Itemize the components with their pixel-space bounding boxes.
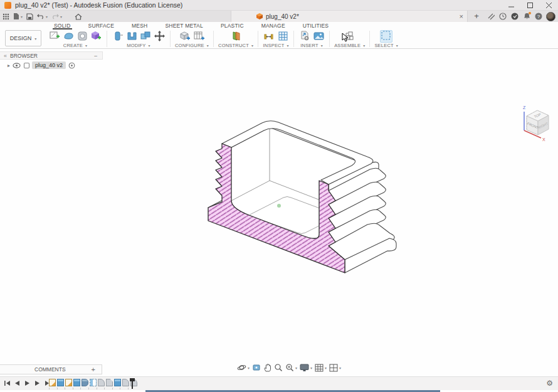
timeline-feature-extrude[interactable] xyxy=(114,379,121,386)
origin-point xyxy=(277,204,281,208)
group-assemble: ASSEMBLE▾ xyxy=(331,29,368,48)
home-icon[interactable] xyxy=(75,13,82,20)
timeline-position-marker[interactable] xyxy=(132,378,133,389)
navigation-bar: ▾ ▾ ▾ ▾ ▾ xyxy=(237,363,341,373)
extensions-icon[interactable] xyxy=(487,12,495,21)
group-create: CREATE▾ xyxy=(45,29,105,48)
collapse-browser-icon[interactable]: « xyxy=(4,53,7,59)
configuration-icon[interactable] xyxy=(179,30,191,43)
app-grid-icon[interactable] xyxy=(3,13,9,20)
close-button[interactable] xyxy=(539,0,558,11)
minimize-button[interactable] xyxy=(502,0,520,11)
expand-arrow-icon[interactable]: ▸ xyxy=(8,63,10,68)
timeline-feature-sketch[interactable] xyxy=(49,379,56,386)
configuration-table-icon[interactable] xyxy=(192,30,205,43)
job-status-icon[interactable] xyxy=(498,12,507,21)
user-avatar[interactable] xyxy=(546,12,555,21)
new-component-icon[interactable] xyxy=(344,30,356,43)
workspace-selector[interactable]: DESIGN▾ xyxy=(5,30,41,46)
grid-snaps-icon[interactable]: ▾ xyxy=(315,364,327,372)
tab-mesh[interactable]: MESH xyxy=(123,22,156,29)
tab-sheet-metal[interactable]: SHEET METAL xyxy=(156,22,211,29)
timeline-feature-extrude[interactable] xyxy=(57,379,64,386)
select-tool-icon[interactable] xyxy=(380,30,392,43)
timeline-feature-fillet[interactable] xyxy=(98,379,105,386)
tab-surface[interactable]: SURFACE xyxy=(80,22,124,29)
press-pull-icon[interactable] xyxy=(112,30,124,43)
model-plug-section-view[interactable] xyxy=(0,49,558,376)
add-comment-icon[interactable]: + xyxy=(92,366,95,373)
workspace-label: DESIGN xyxy=(10,35,32,41)
visibility-eye-icon[interactable] xyxy=(13,63,21,68)
timeline-playback-controls xyxy=(4,379,51,387)
insert-icon[interactable] xyxy=(298,30,311,43)
create-form-icon[interactable] xyxy=(62,30,75,43)
construct-plane-icon[interactable] xyxy=(229,30,242,43)
document-icon xyxy=(256,13,263,19)
display-settings-icon[interactable]: ▾ xyxy=(300,364,312,372)
group-label-insert[interactable]: INSERT xyxy=(300,43,318,48)
pan-icon[interactable] xyxy=(263,363,271,372)
interference-icon[interactable] xyxy=(276,30,289,43)
tab-utilities[interactable]: UTILITIES xyxy=(294,22,337,29)
close-tab-icon[interactable]: × xyxy=(460,13,463,19)
group-label-select[interactable]: SELECT xyxy=(374,43,393,48)
save-icon[interactable] xyxy=(26,13,33,20)
browser-item-label[interactable]: plug_40 v2 xyxy=(32,61,66,69)
browser-item-root[interactable]: ▸ plug_40 v2 xyxy=(0,61,103,70)
new-tab-button[interactable]: + xyxy=(471,11,482,21)
activate-component-icon[interactable] xyxy=(68,62,75,69)
browser-title: BROWSER xyxy=(10,53,38,59)
view-cube[interactable]: TOP FRONT RIGHT Z X xyxy=(514,102,558,145)
ribbon-separator xyxy=(107,31,107,47)
zoom-icon[interactable] xyxy=(274,363,283,372)
tab-solid[interactable]: SOLID xyxy=(45,22,80,29)
timeline-feature-revolve[interactable] xyxy=(82,379,88,386)
minimize-browser-icon[interactable]: – xyxy=(94,53,97,59)
group-configure: CONFIGURE▾ xyxy=(172,29,212,48)
go-to-start-icon[interactable] xyxy=(4,379,11,387)
undo-icon[interactable]: ▾ xyxy=(37,13,48,19)
group-label-configure[interactable]: CONFIGURE xyxy=(175,43,204,48)
redo-icon[interactable]: ▾ xyxy=(51,13,62,19)
timeline-feature-extrude[interactable] xyxy=(73,379,80,386)
group-label-construct[interactable]: CONSTRUCT xyxy=(218,43,249,48)
ribbon-separator xyxy=(213,31,214,47)
create-loft-icon[interactable] xyxy=(76,30,88,43)
step-forward-icon[interactable] xyxy=(34,379,41,387)
tab-plastic[interactable]: PLASTIC xyxy=(212,22,253,29)
timeline-feature-mirror[interactable] xyxy=(90,379,97,386)
comments-bar[interactable]: COMMENTS + xyxy=(0,364,102,374)
insert-image-icon[interactable] xyxy=(312,30,325,43)
notification-dot xyxy=(529,12,531,14)
sync-status-icon[interactable] xyxy=(510,12,519,21)
move-icon[interactable] xyxy=(153,30,166,43)
combine-icon[interactable] xyxy=(139,30,152,43)
group-label-create[interactable]: CREATE xyxy=(63,43,83,48)
timeline-settings-gear-icon[interactable]: ⚙ xyxy=(546,379,553,388)
tab-manage[interactable]: MANAGE xyxy=(253,22,294,29)
timeline-feature-sketch[interactable] xyxy=(65,379,72,386)
notifications-bell-icon[interactable] xyxy=(522,12,531,21)
create-primitive-icon[interactable] xyxy=(90,30,102,43)
look-at-icon[interactable] xyxy=(252,363,261,372)
svg-text:?: ? xyxy=(537,14,540,19)
group-label-assemble[interactable]: ASSEMBLE xyxy=(334,43,361,48)
timeline-feature-fillet[interactable] xyxy=(122,379,129,386)
play-icon[interactable] xyxy=(24,379,31,387)
measure-icon[interactable] xyxy=(263,30,275,43)
document-tab[interactable]: plug_40 v2* × xyxy=(231,11,468,22)
orbit-icon[interactable]: ▾ xyxy=(237,363,250,372)
viewports-icon[interactable]: ▾ xyxy=(329,364,341,372)
timeline-feature-chamfer[interactable] xyxy=(106,379,113,386)
group-label-inspect[interactable]: INSPECT xyxy=(263,43,285,48)
group-label-modify[interactable]: MODIFY xyxy=(127,43,145,48)
help-icon[interactable]: ? xyxy=(534,12,543,21)
create-sketch-icon[interactable] xyxy=(48,30,61,43)
modeling-viewport[interactable]: « BROWSER – ▸ plug_40 v2 TOP FRONT RIGHT… xyxy=(0,49,558,376)
file-menu-icon[interactable]: ▾ xyxy=(13,13,23,20)
shell-icon[interactable] xyxy=(125,30,138,43)
step-back-icon[interactable] xyxy=(14,379,21,387)
fit-icon[interactable]: ▾ xyxy=(285,363,297,372)
maximize-button[interactable] xyxy=(520,0,539,11)
